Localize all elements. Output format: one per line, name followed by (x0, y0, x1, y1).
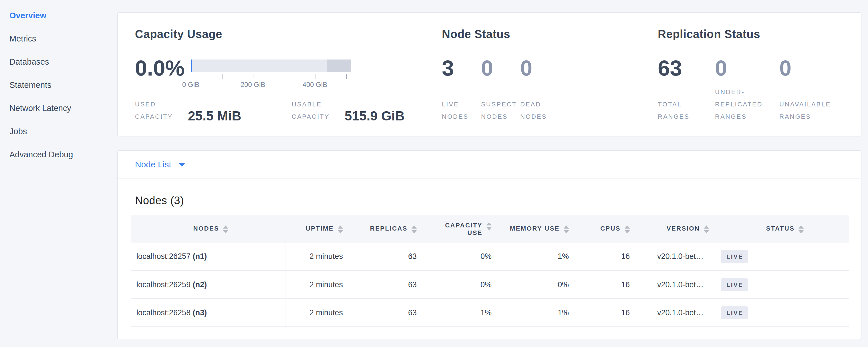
nodes-table: NODES UPTIME REPLICAS CAPACITY USE (131, 215, 849, 327)
column-header-capacity-use[interactable]: CAPACITY USE (420, 215, 495, 243)
view-selector-label: Node List (135, 160, 171, 169)
status-badge: LIVE (721, 306, 748, 319)
uptime-cell: 2 minutes (285, 298, 346, 327)
replicas-cell: 63 (346, 271, 420, 298)
dead-nodes-stat: 0 DEAD NODES (520, 57, 559, 123)
unavailable-ranges-stat: 0 UNAVAILABLE RANGES (779, 57, 844, 123)
live-nodes-label: LIVE NODES (442, 98, 481, 123)
under-replicated-ranges-stat: 0 UNDER-REPLICATED RANGES (715, 57, 779, 123)
node-status-title: Node Status (442, 28, 658, 41)
memory-use-cell: 0% (495, 271, 572, 298)
sidebar-item-label: Metrics (9, 34, 36, 43)
column-label: CPUS (600, 225, 621, 232)
node-address-cell[interactable]: localhost:26258 (n3) (131, 298, 285, 327)
capacity-axis-ticks (191, 74, 351, 81)
sort-icon (799, 225, 804, 233)
uptime-cell: 2 minutes (285, 243, 346, 271)
sidebar-item-label: Advanced Debug (9, 150, 73, 159)
node-list-card: Node List Nodes (3) NODES UPTIME (117, 150, 861, 339)
column-label: CAPACITY USE (434, 222, 483, 236)
node-address-cell[interactable]: localhost:26257 (n1) (131, 243, 285, 271)
status-badge: LIVE (721, 250, 748, 263)
node-id: (n1) (193, 252, 207, 261)
node-address: localhost:26258 (136, 308, 190, 317)
sidebar-item-network-latency[interactable]: Network Latency (0, 97, 117, 120)
column-label: UPTIME (306, 225, 334, 232)
sort-icon (487, 222, 492, 230)
column-header-uptime[interactable]: UPTIME (285, 215, 346, 243)
sort-icon (625, 225, 630, 233)
usable-capacity-stat: USABLE CAPACITY 515.9 GiB (292, 98, 405, 123)
node-address: localhost:26259 (136, 280, 190, 289)
sidebar-item-databases[interactable]: Databases (0, 50, 117, 73)
sidebar: Overview Metrics Databases Statements Ne… (0, 0, 117, 166)
total-ranges-stat: 63 TOTAL RANGES (658, 57, 715, 123)
axis-label: 400 GiB (303, 81, 328, 89)
memory-use-cell: 1% (495, 298, 572, 327)
sort-icon (704, 225, 709, 233)
axis-label: 200 GiB (241, 81, 266, 89)
sidebar-item-overview[interactable]: Overview (0, 4, 117, 27)
column-header-replicas[interactable]: REPLICAS (346, 215, 420, 243)
used-capacity-label: USED CAPACITY (135, 98, 188, 123)
sidebar-item-advanced-debug[interactable]: Advanced Debug (0, 143, 117, 166)
node-id: (n3) (193, 308, 207, 317)
total-ranges-label: TOTAL RANGES (658, 98, 715, 123)
column-header-memory-use[interactable]: MEMORY USE (495, 215, 572, 243)
live-nodes-value: 3 (442, 57, 481, 79)
main-content: Capacity Usage 0.0% (117, 0, 861, 339)
capacity-use-cell: 1% (420, 298, 495, 327)
sidebar-item-statements[interactable]: Statements (0, 73, 117, 97)
capacity-bar-chart: 0 GiB 200 GiB 400 GiB (191, 60, 351, 89)
column-label: VERSION (666, 225, 700, 232)
column-header-status[interactable]: STATUS (718, 215, 849, 243)
uptime-cell: 2 minutes (285, 271, 346, 298)
sidebar-item-label: Statements (9, 81, 52, 90)
table-header-row: NODES UPTIME REPLICAS CAPACITY USE (131, 215, 849, 243)
column-header-cpus[interactable]: CPUS (572, 215, 632, 243)
under-replicated-ranges-label: UNDER-REPLICATED RANGES (715, 86, 779, 123)
capacity-bar (191, 60, 351, 72)
live-nodes-stat: 3 LIVE NODES (442, 57, 481, 123)
sort-icon (411, 225, 417, 233)
node-row[interactable]: localhost:26258 (n3) 2 minutes 63 1% 1% … (131, 298, 849, 327)
chevron-down-icon (179, 163, 185, 167)
view-selector-dropdown[interactable]: Node List (118, 151, 861, 179)
status-badge: LIVE (721, 278, 748, 291)
capacity-use-cell: 0% (420, 271, 495, 298)
node-address-cell[interactable]: localhost:26259 (n2) (131, 271, 285, 298)
version-cell: v20.1.0-bet… (632, 243, 718, 271)
used-capacity-stat: USED CAPACITY 25.5 MiB (135, 98, 286, 123)
suspect-nodes-value: 0 (481, 57, 520, 79)
capacity-usage-title: Capacity Usage (135, 28, 442, 41)
sidebar-item-label: Databases (9, 57, 49, 67)
cpus-cell: 16 (572, 243, 632, 271)
column-label: STATUS (766, 225, 795, 232)
sidebar-item-label: Jobs (9, 127, 27, 136)
sort-icon (564, 225, 569, 233)
sidebar-item-metrics[interactable]: Metrics (0, 27, 117, 50)
dead-nodes-value: 0 (520, 57, 559, 79)
node-address: localhost:26257 (136, 252, 190, 261)
column-header-version[interactable]: VERSION (632, 215, 718, 243)
cpus-cell: 16 (572, 298, 632, 327)
node-id: (n2) (193, 280, 207, 289)
suspect-nodes-stat: 0 SUSPECT NODES (481, 57, 520, 123)
node-row[interactable]: localhost:26257 (n1) 2 minutes 63 0% 1% … (131, 243, 849, 271)
replication-status-title: Replication Status (658, 28, 844, 41)
under-replicated-ranges-value: 0 (715, 57, 779, 79)
node-status-section: Node Status 3 LIVE NODES 0 SUSPECT NODES… (442, 28, 658, 123)
axis-label: 0 GiB (182, 81, 199, 89)
status-cell: LIVE (718, 298, 849, 327)
capacity-usage-chart-row: 0.0% 0 GiB (135, 57, 442, 89)
sidebar-item-jobs[interactable]: Jobs (0, 120, 117, 143)
replication-status-section: Replication Status 63 TOTAL RANGES 0 UND… (658, 28, 844, 123)
sidebar-item-label: Network Latency (9, 103, 71, 113)
suspect-nodes-label: SUSPECT NODES (481, 98, 520, 123)
node-row[interactable]: localhost:26259 (n2) 2 minutes 63 0% 0% … (131, 271, 849, 298)
memory-use-cell: 1% (495, 243, 572, 271)
cpus-cell: 16 (572, 271, 632, 298)
column-label: NODES (193, 225, 219, 232)
capacity-use-cell: 0% (420, 243, 495, 271)
column-header-nodes[interactable]: NODES (131, 215, 285, 243)
